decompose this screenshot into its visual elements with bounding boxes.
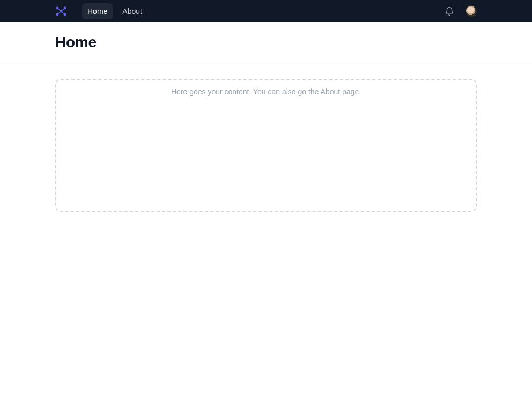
content-area: Here goes your content. You can also go … — [0, 62, 532, 228]
placeholder-about-link[interactable]: About — [321, 87, 341, 96]
logo-icon[interactable] — [55, 6, 67, 17]
nav-item-home[interactable]: Home — [82, 3, 113, 19]
svg-line-8 — [61, 11, 65, 14]
nav-item-about[interactable]: About — [117, 3, 147, 19]
bell-icon[interactable] — [444, 5, 455, 17]
svg-line-5 — [57, 8, 61, 11]
placeholder-suffix: page. — [340, 87, 361, 96]
svg-line-6 — [61, 8, 65, 11]
primary-nav: Home About — [82, 3, 147, 19]
content-placeholder: Here goes your content. You can also go … — [55, 79, 477, 212]
placeholder-prefix: Here goes your content. You can also go … — [171, 87, 321, 96]
svg-line-7 — [57, 11, 61, 14]
avatar[interactable] — [466, 5, 477, 17]
page-header: Home — [0, 22, 532, 62]
placeholder-text: Here goes your content. You can also go … — [66, 87, 466, 96]
top-nav: Home About — [0, 0, 532, 22]
page-title: Home — [55, 34, 477, 51]
nav-right — [444, 5, 477, 17]
